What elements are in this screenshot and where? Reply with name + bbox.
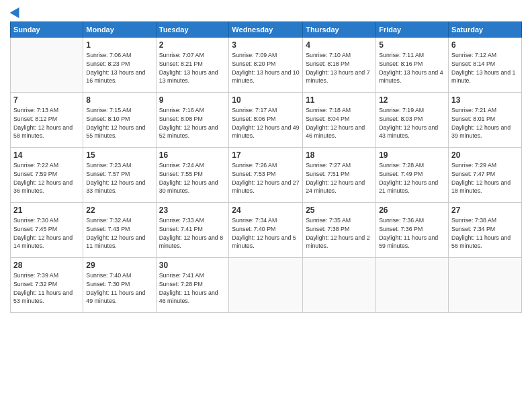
day-info: Sunrise: 7:36 AM Sunset: 7:36 PM Dayligh…: [379, 216, 445, 250]
day-number: 12: [379, 95, 445, 105]
day-info: Sunrise: 7:34 AM Sunset: 7:40 PM Dayligh…: [232, 216, 300, 250]
day-cell: [303, 258, 376, 313]
weekday-header-sunday: Sunday: [11, 22, 83, 38]
day-info: Sunrise: 7:23 AM Sunset: 7:57 PM Dayligh…: [86, 161, 152, 195]
day-number: 28: [13, 261, 80, 270]
day-number: 21: [13, 205, 80, 215]
day-info: Sunrise: 7:12 AM Sunset: 8:14 PM Dayligh…: [451, 51, 519, 85]
day-info: Sunrise: 7:26 AM Sunset: 7:53 PM Dayligh…: [232, 161, 300, 195]
day-cell: 28Sunrise: 7:39 AM Sunset: 7:32 PM Dayli…: [11, 258, 83, 313]
day-info: Sunrise: 7:27 AM Sunset: 7:51 PM Dayligh…: [306, 161, 373, 195]
day-number: 13: [451, 95, 519, 105]
day-info: Sunrise: 7:16 AM Sunset: 8:08 PM Dayligh…: [159, 106, 226, 140]
day-cell: 14Sunrise: 7:22 AM Sunset: 7:59 PM Dayli…: [11, 148, 83, 203]
day-cell: 30Sunrise: 7:41 AM Sunset: 7:28 PM Dayli…: [156, 258, 229, 313]
week-row-2: 14Sunrise: 7:22 AM Sunset: 7:59 PM Dayli…: [11, 148, 522, 203]
day-number: 9: [159, 95, 226, 105]
day-cell: 29Sunrise: 7:40 AM Sunset: 7:30 PM Dayli…: [83, 258, 156, 313]
day-cell: 16Sunrise: 7:24 AM Sunset: 7:55 PM Dayli…: [156, 148, 229, 203]
day-number: 23: [159, 205, 226, 215]
logo-triangle-icon: [10, 5, 24, 18]
day-info: Sunrise: 7:06 AM Sunset: 8:23 PM Dayligh…: [86, 51, 152, 85]
day-cell: [11, 38, 83, 93]
day-number: 8: [86, 95, 152, 105]
day-number: 5: [379, 40, 445, 50]
day-cell: 10Sunrise: 7:17 AM Sunset: 8:06 PM Dayli…: [229, 93, 303, 148]
day-info: Sunrise: 7:09 AM Sunset: 8:20 PM Dayligh…: [232, 51, 300, 85]
weekday-header-friday: Friday: [376, 22, 449, 38]
day-info: Sunrise: 7:39 AM Sunset: 7:32 PM Dayligh…: [13, 271, 80, 306]
day-cell: 4Sunrise: 7:10 AM Sunset: 8:18 PM Daylig…: [303, 38, 376, 93]
day-cell: [449, 258, 522, 313]
day-info: Sunrise: 7:13 AM Sunset: 8:12 PM Dayligh…: [13, 106, 80, 140]
day-info: Sunrise: 7:07 AM Sunset: 8:21 PM Dayligh…: [159, 51, 226, 85]
day-cell: 20Sunrise: 7:29 AM Sunset: 7:47 PM Dayli…: [449, 148, 522, 203]
day-cell: 13Sunrise: 7:21 AM Sunset: 8:01 PM Dayli…: [449, 93, 522, 148]
day-cell: 6Sunrise: 7:12 AM Sunset: 8:14 PM Daylig…: [449, 38, 522, 93]
day-cell: 3Sunrise: 7:09 AM Sunset: 8:20 PM Daylig…: [229, 38, 303, 93]
logo-text: [10, 7, 22, 16]
day-info: Sunrise: 7:33 AM Sunset: 7:41 PM Dayligh…: [159, 216, 226, 250]
day-cell: 7Sunrise: 7:13 AM Sunset: 8:12 PM Daylig…: [11, 93, 83, 148]
day-info: Sunrise: 7:15 AM Sunset: 8:10 PM Dayligh…: [86, 106, 152, 140]
day-cell: 1Sunrise: 7:06 AM Sunset: 8:23 PM Daylig…: [83, 38, 156, 93]
day-cell: 27Sunrise: 7:38 AM Sunset: 7:34 PM Dayli…: [449, 203, 522, 258]
day-cell: 15Sunrise: 7:23 AM Sunset: 7:57 PM Dayli…: [83, 148, 156, 203]
day-cell: 24Sunrise: 7:34 AM Sunset: 7:40 PM Dayli…: [229, 203, 303, 258]
day-number: 19: [379, 150, 445, 160]
day-cell: 21Sunrise: 7:30 AM Sunset: 7:45 PM Dayli…: [11, 203, 83, 258]
day-number: 11: [306, 95, 373, 105]
day-info: Sunrise: 7:32 AM Sunset: 7:43 PM Dayligh…: [86, 216, 152, 250]
day-number: 20: [451, 150, 519, 160]
day-cell: 22Sunrise: 7:32 AM Sunset: 7:43 PM Dayli…: [83, 203, 156, 258]
day-number: 16: [159, 150, 226, 160]
week-row-3: 21Sunrise: 7:30 AM Sunset: 7:45 PM Dayli…: [11, 203, 522, 258]
day-info: Sunrise: 7:17 AM Sunset: 8:06 PM Dayligh…: [232, 106, 300, 140]
day-number: 22: [86, 205, 152, 215]
day-info: Sunrise: 7:24 AM Sunset: 7:55 PM Dayligh…: [159, 161, 226, 195]
weekday-header-monday: Monday: [83, 22, 156, 38]
day-number: 14: [13, 150, 80, 160]
day-info: Sunrise: 7:30 AM Sunset: 7:45 PM Dayligh…: [13, 216, 80, 250]
day-info: Sunrise: 7:41 AM Sunset: 7:28 PM Dayligh…: [159, 271, 226, 306]
day-cell: 18Sunrise: 7:27 AM Sunset: 7:51 PM Dayli…: [303, 148, 376, 203]
day-number: 30: [159, 261, 226, 270]
day-cell: 26Sunrise: 7:36 AM Sunset: 7:36 PM Dayli…: [376, 203, 449, 258]
day-cell: 17Sunrise: 7:26 AM Sunset: 7:53 PM Dayli…: [229, 148, 303, 203]
day-cell: 11Sunrise: 7:18 AM Sunset: 8:04 PM Dayli…: [303, 93, 376, 148]
weekday-header-tuesday: Tuesday: [156, 22, 229, 38]
day-number: 10: [232, 95, 300, 105]
day-info: Sunrise: 7:22 AM Sunset: 7:59 PM Dayligh…: [13, 161, 80, 195]
day-number: 29: [86, 261, 152, 270]
weekday-header-saturday: Saturday: [449, 22, 522, 38]
day-number: 27: [451, 205, 519, 215]
logo: [10, 7, 22, 16]
day-cell: 23Sunrise: 7:33 AM Sunset: 7:41 PM Dayli…: [156, 203, 229, 258]
day-cell: 25Sunrise: 7:35 AM Sunset: 7:38 PM Dayli…: [303, 203, 376, 258]
day-number: 7: [13, 95, 80, 105]
day-number: 1: [86, 40, 152, 50]
header: [10, 7, 522, 16]
weekday-header-row: SundayMondayTuesdayWednesdayThursdayFrid…: [11, 22, 522, 38]
day-cell: 2Sunrise: 7:07 AM Sunset: 8:21 PM Daylig…: [156, 38, 229, 93]
day-info: Sunrise: 7:19 AM Sunset: 8:03 PM Dayligh…: [379, 106, 445, 140]
week-row-1: 7Sunrise: 7:13 AM Sunset: 8:12 PM Daylig…: [11, 93, 522, 148]
day-number: 6: [451, 40, 519, 50]
day-info: Sunrise: 7:18 AM Sunset: 8:04 PM Dayligh…: [306, 106, 373, 140]
week-row-0: 1Sunrise: 7:06 AM Sunset: 8:23 PM Daylig…: [11, 38, 522, 93]
page: SundayMondayTuesdayWednesdayThursdayFrid…: [0, 0, 532, 411]
day-number: 25: [306, 205, 373, 215]
day-info: Sunrise: 7:21 AM Sunset: 8:01 PM Dayligh…: [451, 106, 519, 140]
day-cell: [229, 258, 303, 313]
calendar: SundayMondayTuesdayWednesdayThursdayFrid…: [10, 21, 522, 313]
day-info: Sunrise: 7:28 AM Sunset: 7:49 PM Dayligh…: [379, 161, 445, 195]
day-number: 2: [159, 40, 226, 50]
day-cell: 8Sunrise: 7:15 AM Sunset: 8:10 PM Daylig…: [83, 93, 156, 148]
day-info: Sunrise: 7:40 AM Sunset: 7:30 PM Dayligh…: [86, 271, 152, 306]
day-info: Sunrise: 7:10 AM Sunset: 8:18 PM Dayligh…: [306, 51, 373, 85]
day-number: 26: [379, 205, 445, 215]
day-number: 15: [86, 150, 152, 160]
weekday-header-thursday: Thursday: [303, 22, 376, 38]
day-cell: [376, 258, 449, 313]
day-cell: 19Sunrise: 7:28 AM Sunset: 7:49 PM Dayli…: [376, 148, 449, 203]
